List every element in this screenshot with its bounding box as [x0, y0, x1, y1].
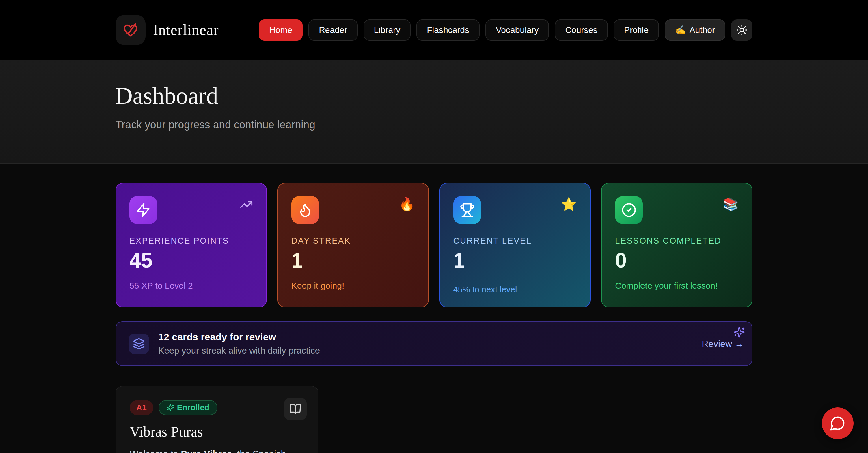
nav-library[interactable]: Library	[364, 19, 411, 41]
stat-card-level: ⭐ CURRENT LEVEL 1 45% to next level	[439, 183, 591, 307]
nav-author-label: Author	[689, 25, 715, 35]
nav-home[interactable]: Home	[259, 19, 303, 41]
trophy-icon	[453, 196, 481, 224]
review-link[interactable]: Review →	[702, 338, 744, 349]
message-circle-icon	[830, 415, 846, 431]
knot-logo-icon	[122, 21, 139, 39]
star-emoji-icon: ⭐	[561, 198, 577, 211]
page-title: Dashboard	[116, 82, 752, 110]
stat-subtext: 55 XP to Level 2	[129, 281, 253, 291]
course-title: Vibras Puras	[130, 423, 304, 440]
dashboard-page: { "header": { "brand": "Interlinear", "n…	[0, 0, 868, 453]
stat-label: LESSONS COMPLETED	[615, 236, 739, 246]
app-title: Interlinear	[153, 21, 219, 38]
nav-profile[interactable]: Profile	[614, 19, 659, 41]
nav-reader[interactable]: Reader	[308, 19, 358, 41]
nav-flashcards[interactable]: Flashcards	[416, 19, 479, 41]
enrolled-badge: Enrolled	[158, 400, 217, 415]
zap-icon	[129, 196, 157, 224]
layers-icon	[129, 334, 149, 354]
trending-up-icon	[240, 198, 253, 211]
page-subtitle: Track your progress and continue learnin…	[116, 119, 752, 131]
main-nav: Home Reader Library Flashcards Vocabular…	[259, 19, 752, 41]
main-content: EXPERIENCE POINTS 45 55 XP to Level 2 🔥 …	[116, 183, 752, 453]
level-badge: A1	[130, 400, 153, 415]
enrolled-badge-label: Enrolled	[177, 403, 209, 412]
app-logo[interactable]	[116, 15, 146, 45]
stat-value: 1	[453, 248, 577, 272]
stat-value: 0	[615, 248, 739, 272]
stat-label: EXPERIENCE POINTS	[129, 236, 253, 246]
book-open-icon	[289, 403, 302, 415]
nav-author[interactable]: ✍️ Author	[665, 19, 725, 41]
stat-subtext: Keep it going!	[291, 281, 415, 291]
review-banner[interactable]: 12 cards ready for review Keep your stre…	[116, 321, 752, 366]
review-banner-title: 12 cards ready for review	[158, 331, 320, 343]
course-description: Welcome to Pura Vibras, the Spanish cour…	[130, 448, 304, 453]
stat-label: DAY STREAK	[291, 236, 415, 246]
sparkles-icon	[734, 327, 745, 338]
chat-fab-button[interactable]	[822, 407, 854, 439]
course-card[interactable]: A1 Enrolled Vibras Puras Welcome to	[116, 386, 318, 453]
review-banner-subtitle: Keep your streak alive with daily practi…	[158, 345, 320, 356]
nav-vocabulary[interactable]: Vocabulary	[486, 19, 549, 41]
stat-value: 1	[291, 248, 415, 272]
flame-icon	[291, 196, 319, 224]
stat-card-lessons: 📚 LESSONS COMPLETED 0 Complete your firs…	[601, 183, 752, 307]
stat-label: CURRENT LEVEL	[453, 236, 577, 246]
sparkles-icon	[166, 404, 174, 412]
hero-section: Dashboard Track your progress and contin…	[0, 60, 868, 164]
writing-hand-icon: ✍️	[675, 25, 686, 35]
stat-value: 45	[129, 248, 253, 272]
sun-icon	[736, 24, 748, 36]
stat-card-experience: EXPERIENCE POINTS 45 55 XP to Level 2	[116, 183, 267, 307]
progress-caption: 45% to next level	[453, 285, 577, 294]
stats-grid: EXPERIENCE POINTS 45 55 XP to Level 2 🔥 …	[116, 183, 752, 307]
brand: Interlinear	[116, 15, 219, 45]
nav-courses[interactable]: Courses	[555, 19, 608, 41]
circle-check-icon	[615, 196, 643, 224]
stat-subtext: Complete your first lesson!	[615, 281, 739, 291]
stat-card-streak: 🔥 DAY STREAK 1 Keep it going!	[278, 183, 429, 307]
books-emoji-icon: 📚	[723, 198, 739, 211]
fire-emoji-icon: 🔥	[399, 198, 415, 211]
open-course-button[interactable]	[284, 398, 307, 420]
theme-toggle-button[interactable]	[731, 19, 752, 41]
top-navigation-bar: Interlinear Home Reader Library Flashcar…	[0, 0, 868, 60]
